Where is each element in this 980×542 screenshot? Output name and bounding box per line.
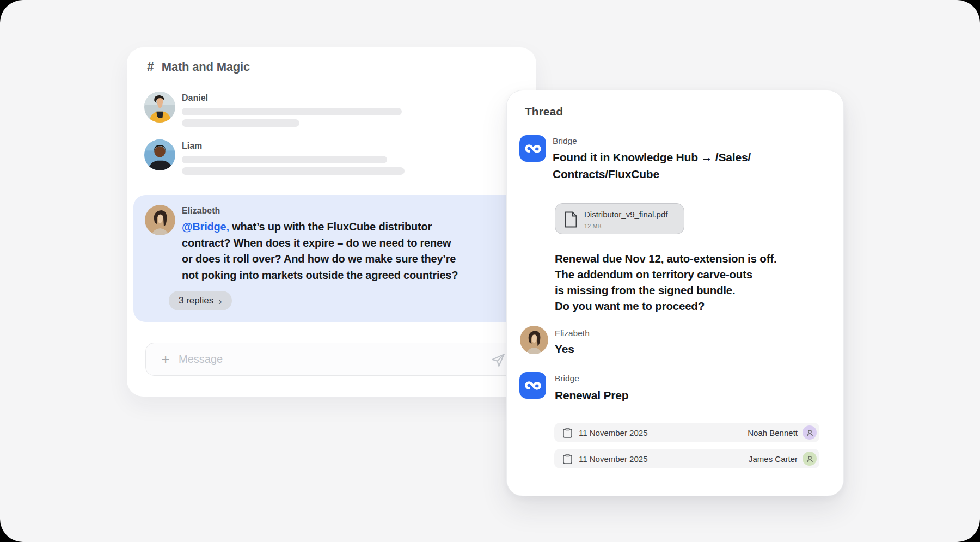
app-canvas: # Math and Magic Daniel (0, 0, 980, 542)
task-list: 11 November 2025 Noah Bennett 11 Novembe… (554, 423, 819, 468)
thread-headline: Found it in Knowledge Hub → /Sales/ Cont… (553, 149, 751, 182)
channel-header: # Math and Magic (147, 59, 250, 74)
task-assignee: Noah Bennett (748, 428, 798, 437)
thread-title: Thread (525, 105, 563, 118)
message-line: or does it roll over? And how do we make… (182, 251, 514, 267)
highlighted-message: Elizabeth @Bridge, what’s up with the Fl… (133, 195, 536, 322)
send-icon (490, 352, 506, 368)
task-date: 11 November 2025 (579, 454, 647, 464)
message-line: @Bridge, what’s up with the FluxCube dis… (182, 219, 514, 235)
task-row[interactable]: 11 November 2025 Noah Bennett (554, 423, 819, 442)
chevron-right-icon: › (218, 296, 222, 306)
skeleton-bar (182, 167, 405, 175)
avatar-elizabeth (520, 326, 548, 354)
skeleton-bar (182, 156, 387, 163)
person-icon (805, 454, 814, 464)
task-row[interactable]: 11 November 2025 James Carter (554, 449, 819, 468)
clipboard-icon (563, 428, 572, 438)
task-date: 11 November 2025 (579, 428, 647, 437)
mention[interactable]: @Bridge, (182, 221, 229, 233)
replies-button[interactable]: 3 replies › (169, 291, 232, 310)
skeleton-bar (182, 119, 299, 127)
message-author: Liam (182, 141, 202, 151)
attachment-chip[interactable]: Distributor_v9_final.pdf 12 MB (555, 203, 684, 234)
hash-icon: # (147, 59, 154, 74)
channel-panel: # Math and Magic Daniel (127, 47, 536, 397)
attachment-size: 12 MB (584, 223, 602, 229)
message-line: not poking into markets outside the agre… (182, 267, 514, 284)
assignee-badge (803, 425, 817, 440)
document-icon (564, 211, 578, 228)
skeleton-bar (182, 108, 402, 115)
assignee-badge (803, 452, 817, 466)
avatar-liam (144, 139, 175, 170)
thread-author: Bridge (553, 136, 577, 146)
message-author: Elizabeth (182, 206, 220, 216)
message-author: Daniel (182, 93, 208, 103)
thread-panel: Thread Bridge Found it in Knowledge Hub … (506, 90, 844, 496)
thread-body: Renewal due Nov 12, auto-extension is of… (555, 251, 776, 314)
message-text: @Bridge, what’s up with the FluxCube dis… (182, 219, 514, 283)
thread-author: Elizabeth (555, 328, 590, 338)
task-assignee: James Carter (749, 454, 798, 464)
add-attachment-button[interactable]: + (157, 350, 174, 368)
avatar-elizabeth (145, 205, 175, 235)
message-composer: + (145, 343, 514, 376)
attachment-filename: Distributor_v9_final.pdf (584, 210, 667, 219)
person-icon (805, 428, 814, 437)
reply-text: Yes (555, 340, 574, 357)
thread-author: Bridge (555, 374, 579, 383)
thread-message-title: Renewal Prep (555, 387, 628, 404)
message-input[interactable] (179, 349, 462, 369)
bridge-logo-icon (519, 372, 546, 399)
channel-title: Math and Magic (162, 60, 250, 74)
message-line: contract? When does it expire – do we ne… (182, 235, 514, 252)
clipboard-icon (563, 454, 572, 464)
avatar-daniel (144, 92, 175, 123)
bridge-logo-icon (519, 135, 546, 162)
send-button[interactable] (490, 352, 506, 368)
